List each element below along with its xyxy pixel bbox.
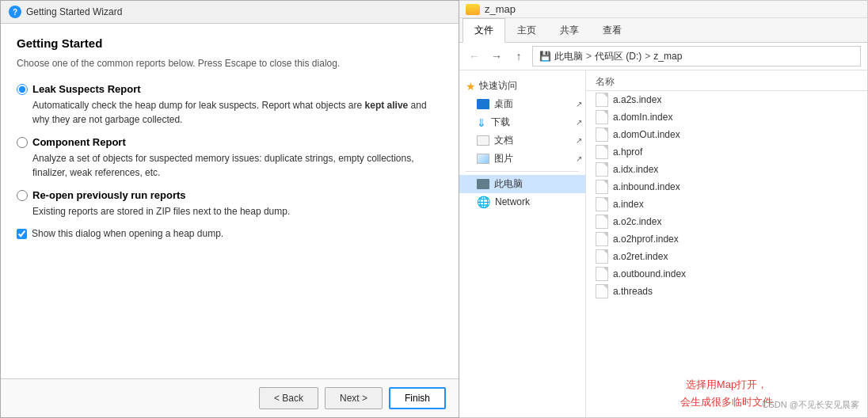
component-radio[interactable] [17,137,28,148]
file-item-10[interactable]: a.outbound.index [586,265,867,283]
sidebar-item-docs[interactable]: 文档 ↗ [459,131,585,150]
sidebar-download-label: 下载 [491,116,510,129]
file-icon-7 [596,215,608,229]
tab-view[interactable]: 查看 [591,18,634,42]
explorer-panel: z_map 文件 主页 共享 查看 ← → ↑ 💾 此电脑 > 代码区 (D:)… [459,0,868,418]
file-item-2[interactable]: a.domOut.index [586,126,867,143]
sidebar-docs-label: 文档 [494,134,513,147]
address-path[interactable]: 💾 此电脑 > 代码区 (D:) > z_map [532,46,861,66]
sidebar-item-pics[interactable]: 图片 ↗ [459,150,585,168]
sidebar-nav: ★ 快速访问 桌面 ↗ ⇓ 下载 ↗ 文档 ↗ 图片 ↗ [459,70,586,417]
file-item-9[interactable]: a.o2ret.index [586,248,867,265]
ribbon-tabs: 文件 主页 共享 查看 [459,18,867,42]
leak-highlight: kept alive [365,100,409,111]
explorer-content: ★ 快速访问 桌面 ↗ ⇓ 下载 ↗ 文档 ↗ 图片 ↗ [459,70,867,417]
file-name-8: a.o2hprof.index [613,234,679,245]
column-name: 名称 [596,75,615,89]
sidebar-item-computer[interactable]: 此电脑 [459,175,585,193]
file-item-4[interactable]: a.idx.index [586,161,867,178]
leak-label: Leak Suspects Report [32,83,141,95]
leak-description: Automatically check the heap dump for le… [32,98,443,127]
reopen-radio-label[interactable]: Re-open previously run reports [17,189,443,201]
file-name-6: a.index [613,199,644,210]
file-icon-4 [596,162,608,177]
next-button[interactable]: Next > [325,387,383,409]
sidebar-item-desktop[interactable]: 桌面 ↗ [459,95,585,113]
sidebar-item-network[interactable]: 🌐 Network [459,193,585,211]
option-reopen: Re-open previously run reports Existing … [17,189,443,218]
sidebar-divider [466,171,579,172]
file-icon-9 [596,249,608,264]
file-item-0[interactable]: a.a2s.index [586,91,867,108]
folder-title-icon [466,4,480,15]
file-name-5: a.inbound.index [613,181,680,192]
path-sep-1: > [586,51,592,62]
file-icon-0 [596,93,608,107]
file-name-11: a.threads [613,286,653,297]
wizard-dialog: ? Getting Started Wizard Getting Started… [0,0,459,418]
option-leak: Leak Suspects Report Automatically check… [17,83,443,127]
leak-radio[interactable] [17,84,28,95]
explorer-title: z_map [485,3,516,15]
forward-nav-button[interactable]: → [488,48,505,65]
up-nav-button[interactable]: ↑ [510,48,527,65]
show-dialog-checkbox[interactable] [17,229,27,239]
tab-file[interactable]: 文件 [463,18,505,43]
file-item-11[interactable]: a.threads [586,283,867,300]
file-item-7[interactable]: a.o2c.index [586,213,867,230]
reopen-label: Re-open previously run reports [32,189,186,201]
wizard-title: Getting Started Wizard [26,6,122,17]
sidebar-computer-label: 此电脑 [494,177,523,191]
pin-icon-4: ↗ [576,154,582,163]
sidebar-item-download[interactable]: ⇓ 下载 ↗ [459,113,585,131]
wizard-subtitle: Choose one of the common reports below. … [17,56,443,70]
tab-share[interactable]: 共享 [548,18,591,42]
file-icon-11 [596,284,608,298]
star-icon: ★ [466,80,476,93]
desktop-icon [477,99,489,109]
pin-icon: ↗ [576,100,582,108]
quick-access-header[interactable]: ★ 快速访问 [459,77,585,95]
file-item-6[interactable]: a.index [586,196,867,213]
file-icon-8 [596,232,608,246]
path-computer: 💾 [539,51,551,62]
component-label: Component Report [32,136,126,148]
file-name-3: a.hprof [613,146,642,158]
csdn-watermark: CSDN @不见长安见晨雾 [763,399,859,411]
leak-radio-label[interactable]: Leak Suspects Report [17,83,443,95]
file-name-1: a.domIn.index [613,112,672,123]
pin-icon-3: ↗ [576,136,582,145]
file-item-8[interactable]: a.o2hprof.index [586,230,867,248]
file-item-5[interactable]: a.inbound.index [586,178,867,196]
file-name-10: a.outbound.index [613,268,686,279]
sidebar-network-label: Network [495,196,530,207]
wizard-titlebar: ? Getting Started Wizard [1,1,459,24]
file-item-3[interactable]: a.hprof [586,143,867,161]
pics-icon [477,154,489,164]
file-icon-3 [596,145,608,159]
show-dialog-row: Show this dialog when opening a heap dum… [17,228,443,239]
file-name-2: a.domOut.index [613,129,680,140]
ribbon: 文件 主页 共享 查看 [459,18,867,43]
back-button[interactable]: < Back [259,387,318,409]
tab-home[interactable]: 主页 [505,18,548,42]
file-name-0: a.a2s.index [613,94,661,105]
wizard-icon: ? [9,6,21,18]
wizard-heading: Getting Started [17,36,443,50]
finish-button[interactable]: Finish [389,387,446,409]
sidebar-desktop-label: 桌面 [494,97,513,111]
network-icon: 🌐 [477,196,490,208]
component-radio-label[interactable]: Component Report [17,136,443,148]
quick-access-label: 快速访问 [479,79,517,93]
reopen-radio[interactable] [17,190,28,201]
file-icon-2 [596,127,608,142]
file-name-7: a.o2c.index [613,216,661,227]
file-name-9: a.o2ret.index [613,251,668,262]
wizard-footer: < Back Next > Finish [1,378,459,417]
path-part-3: z_map [653,51,682,62]
file-item-1[interactable]: a.domIn.index [586,108,867,126]
annotation-line1: 选择用Map打开， [589,376,864,393]
file-icon-1 [596,110,608,124]
path-sep-2: > [645,51,650,62]
back-nav-button[interactable]: ← [466,48,483,65]
